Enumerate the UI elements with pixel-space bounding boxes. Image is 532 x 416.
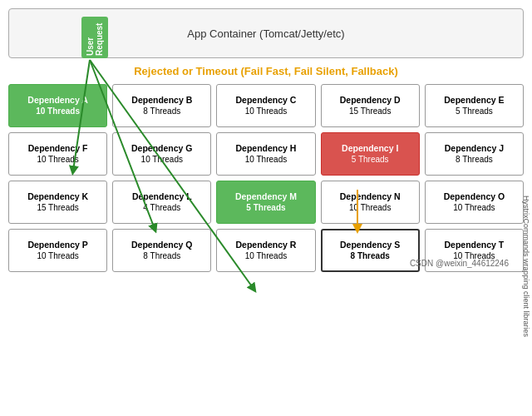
dep-threads-i: 5 Threads	[352, 154, 389, 165]
dep-box-j: Dependency J8 Threads	[425, 132, 524, 176]
dep-name-q: Dependency Q	[131, 240, 193, 251]
dep-box-p: Dependency P10 Threads	[8, 229, 107, 272]
dep-box-g: Dependency G10 Threads	[112, 132, 211, 176]
dep-name-l: Dependency L	[132, 191, 192, 203]
dep-threads-a: 10 Threads	[36, 106, 80, 116]
dep-threads-g: 10 Threads	[141, 154, 183, 165]
dep-name-k: Dependency K	[27, 191, 88, 203]
dep-box-n: Dependency N10 Threads	[321, 181, 420, 224]
dep-threads-j: 8 Threads	[456, 154, 493, 165]
dep-threads-n: 10 Threads	[349, 202, 391, 213]
dep-box-e: Dependency E5 Threads	[425, 84, 524, 127]
dep-box-r: Dependency R10 Threads	[216, 229, 315, 272]
dep-name-f: Dependency F	[28, 143, 88, 155]
dep-box-m: Dependency M5 Threads	[216, 181, 315, 224]
dep-name-t: Dependency T	[445, 240, 505, 251]
dep-box-l: Dependency L4 Threads	[112, 181, 211, 224]
dep-threads-r: 10 Threads	[245, 250, 287, 261]
dep-threads-m: 5 Threads	[246, 202, 285, 213]
dep-name-h: Dependency H	[236, 143, 297, 155]
dep-box-f: Dependency F10 Threads	[8, 132, 107, 176]
app-container-label: App Container (Tomcat/Jetty/etc)	[187, 27, 344, 40]
dep-threads-o: 10 Threads	[453, 202, 495, 213]
dep-box-b: Dependency B8 Threads	[112, 84, 211, 127]
dep-box-i: Dependency I5 Threads	[321, 132, 420, 176]
rejected-label: Rejected or Timeout (Fail Fast, Fail Sil…	[8, 65, 524, 77]
dep-threads-p: 10 Threads	[37, 250, 78, 261]
dep-name-g: Dependency G	[131, 143, 193, 155]
dep-box-c: Dependency C10 Threads	[216, 84, 315, 127]
dep-name-e: Dependency E	[444, 95, 504, 106]
dep-name-m: Dependency M	[235, 191, 297, 203]
dep-name-s: Dependency S	[340, 240, 400, 251]
dep-threads-c: 10 Threads	[245, 106, 287, 116]
dependency-grid: Dependency A10 ThreadsDependency B8 Thre…	[8, 84, 524, 272]
dep-box-d: Dependency D15 Threads	[321, 84, 420, 127]
dep-name-d: Dependency D	[340, 95, 401, 106]
dep-threads-h: 10 Threads	[245, 154, 287, 165]
dep-threads-d: 15 Threads	[349, 106, 391, 116]
dep-threads-f: 10 Threads	[37, 154, 78, 165]
dep-name-o: Dependency O	[444, 191, 505, 203]
dep-name-p: Dependency P	[27, 240, 87, 251]
dep-box-k: Dependency K15 Threads	[8, 181, 107, 224]
dep-threads-k: 15 Threads	[37, 202, 78, 213]
dep-threads-s: 8 Threads	[351, 250, 390, 261]
dep-name-c: Dependency C	[236, 95, 297, 106]
dep-box-s: Dependency S8 Threads	[321, 229, 420, 272]
dep-box-h: Dependency H10 Threads	[216, 132, 315, 176]
watermark: CSDN @weixin_44612246	[410, 259, 509, 268]
dep-name-j: Dependency J	[445, 143, 504, 155]
dep-name-i: Dependency I	[342, 143, 398, 155]
dep-box-a: Dependency A10 Threads	[8, 84, 107, 127]
dep-box-q: Dependency Q8 Threads	[112, 229, 211, 272]
dep-name-b: Dependency B	[131, 95, 192, 106]
dep-threads-l: 4 Threads	[143, 202, 180, 213]
dep-threads-q: 8 Threads	[143, 250, 180, 261]
right-side-label: HystrixCommands wrapping client librarie…	[522, 150, 530, 383]
dep-name-r: Dependency R	[236, 240, 297, 251]
dep-threads-e: 5 Threads	[456, 106, 493, 116]
user-request-label: User Request	[81, 17, 108, 58]
dep-name-n: Dependency N	[340, 191, 401, 203]
dep-name-a: Dependency A	[27, 95, 88, 106]
dep-threads-b: 8 Threads	[143, 106, 180, 116]
dep-box-o: Dependency O10 Threads	[425, 181, 524, 224]
